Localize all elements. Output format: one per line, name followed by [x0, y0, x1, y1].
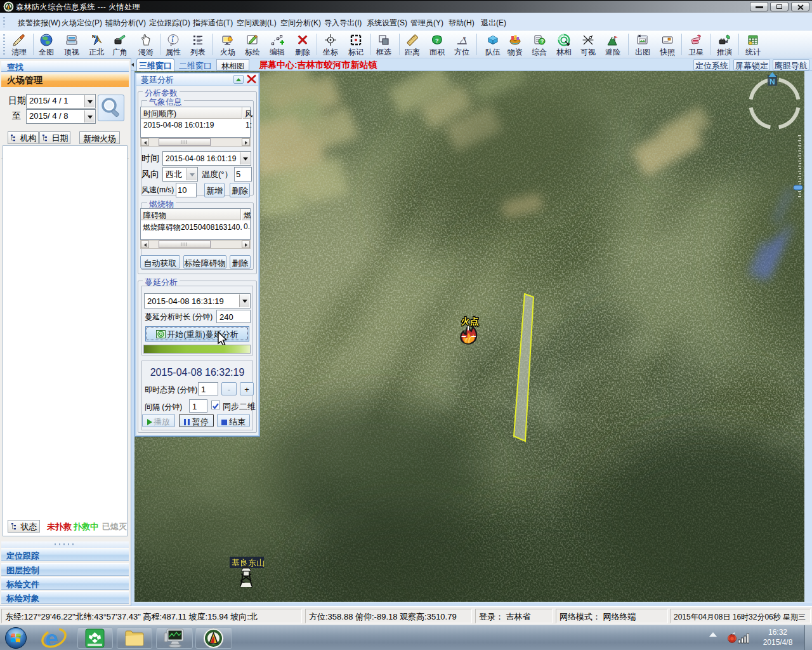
- svg-text:N: N: [92, 34, 96, 39]
- svg-text:火点: 火点: [461, 316, 479, 326]
- svg-text:N: N: [769, 77, 775, 86]
- svg-text:α: α: [463, 36, 466, 40]
- svg-text:基良东山: 基良东山: [232, 558, 265, 567]
- svg-text:?: ?: [435, 37, 439, 44]
- svg-text:?: ?: [540, 38, 544, 44]
